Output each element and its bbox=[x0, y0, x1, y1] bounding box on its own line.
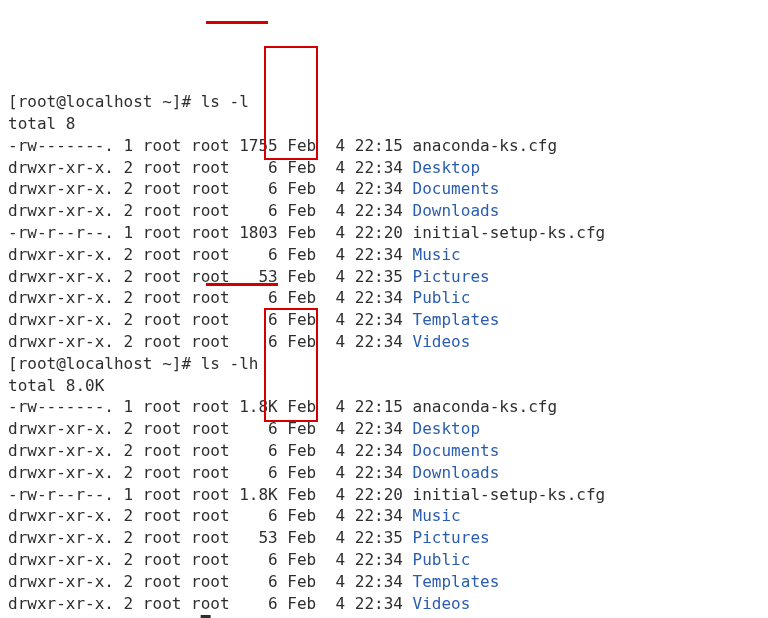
ls-row: drwxr-xr-x. 2 root root 6 Feb 4 22:34 De… bbox=[8, 157, 760, 179]
file-name: Desktop bbox=[413, 419, 480, 438]
ls-row-meta: drwxr-xr-x. 2 root root 6 Feb 4 22:34 bbox=[8, 506, 413, 525]
file-name: Public bbox=[413, 550, 471, 569]
ls-row: drwxr-xr-x. 2 root root 6 Feb 4 22:34 Mu… bbox=[8, 244, 760, 266]
ls-row-meta: drwxr-xr-x. 2 root root 6 Feb 4 22:34 bbox=[8, 463, 413, 482]
file-name: Videos bbox=[413, 332, 471, 351]
total-line: total 8.0K bbox=[8, 376, 104, 395]
ls-row: drwxr-xr-x. 2 root root 6 Feb 4 22:34 Vi… bbox=[8, 331, 760, 353]
ls-row: drwxr-xr-x. 2 root root 53 Feb 4 22:35 P… bbox=[8, 266, 760, 288]
total-line: total 8 bbox=[8, 114, 75, 133]
ls-row-meta: drwxr-xr-x. 2 root root 6 Feb 4 22:34 bbox=[8, 594, 413, 613]
ls-row: drwxr-xr-x. 2 root root 6 Feb 4 22:34 Vi… bbox=[8, 593, 760, 615]
file-name: anaconda-ks.cfg bbox=[413, 136, 558, 155]
ls-row: drwxr-xr-x. 2 root root 6 Feb 4 22:34 Te… bbox=[8, 309, 760, 331]
ls-row-meta: drwxr-xr-x. 2 root root 53 Feb 4 22:35 bbox=[8, 267, 413, 286]
ls-row-meta: -rw-------. 1 root root 1755 Feb 4 22:15 bbox=[8, 136, 413, 155]
command-input[interactable]: ls -lh bbox=[201, 354, 259, 373]
file-name: initial-setup-ks.cfg bbox=[413, 485, 606, 504]
file-name: initial-setup-ks.cfg bbox=[413, 223, 606, 242]
annotation-underline-1 bbox=[206, 21, 268, 24]
ls-row: drwxr-xr-x. 2 root root 6 Feb 4 22:34 Do… bbox=[8, 178, 760, 200]
ls-row: -rw-------. 1 root root 1.8K Feb 4 22:15… bbox=[8, 396, 760, 418]
file-name: Pictures bbox=[413, 528, 490, 547]
terminal-output: [root@localhost ~]# ls -ltotal 8-rw-----… bbox=[8, 91, 760, 618]
command-input[interactable]: ls -l bbox=[201, 92, 249, 111]
ls-row-meta: drwxr-xr-x. 2 root root 6 Feb 4 22:34 bbox=[8, 550, 413, 569]
ls-row-meta: drwxr-xr-x. 2 root root 53 Feb 4 22:35 bbox=[8, 528, 413, 547]
ls-row: drwxr-xr-x. 2 root root 6 Feb 4 22:34 Do… bbox=[8, 462, 760, 484]
ls-row-meta: drwxr-xr-x. 2 root root 6 Feb 4 22:34 bbox=[8, 245, 413, 264]
file-name: Music bbox=[413, 245, 461, 264]
ls-row-meta: drwxr-xr-x. 2 root root 6 Feb 4 22:34 bbox=[8, 419, 413, 438]
ls-row-meta: drwxr-xr-x. 2 root root 6 Feb 4 22:34 bbox=[8, 201, 413, 220]
file-name: Downloads bbox=[413, 201, 500, 220]
file-name: Public bbox=[413, 288, 471, 307]
ls-row-meta: drwxr-xr-x. 2 root root 6 Feb 4 22:34 bbox=[8, 179, 413, 198]
ls-row: -rw-r--r--. 1 root root 1803 Feb 4 22:20… bbox=[8, 222, 760, 244]
output-line: total 8.0K bbox=[8, 375, 760, 397]
prompt-line: [root@localhost ~]# █ bbox=[8, 614, 760, 618]
ls-row: drwxr-xr-x. 2 root root 6 Feb 4 22:34 Do… bbox=[8, 440, 760, 462]
file-name: Downloads bbox=[413, 463, 500, 482]
ls-row: drwxr-xr-x. 2 root root 6 Feb 4 22:34 De… bbox=[8, 418, 760, 440]
file-name: Videos bbox=[413, 594, 471, 613]
file-name: Templates bbox=[413, 310, 500, 329]
ls-row-meta: drwxr-xr-x. 2 root root 6 Feb 4 22:34 bbox=[8, 332, 413, 351]
ls-row-meta: drwxr-xr-x. 2 root root 6 Feb 4 22:34 bbox=[8, 310, 413, 329]
shell-prompt: [root@localhost ~]# bbox=[8, 354, 201, 373]
ls-row: drwxr-xr-x. 2 root root 6 Feb 4 22:34 Mu… bbox=[8, 505, 760, 527]
prompt-line: [root@localhost ~]# ls -lh bbox=[8, 353, 760, 375]
ls-row: -rw-------. 1 root root 1755 Feb 4 22:15… bbox=[8, 135, 760, 157]
file-name: anaconda-ks.cfg bbox=[413, 397, 558, 416]
file-name: Pictures bbox=[413, 267, 490, 286]
ls-row-meta: -rw-------. 1 root root 1.8K Feb 4 22:15 bbox=[8, 397, 413, 416]
ls-row-meta: drwxr-xr-x. 2 root root 6 Feb 4 22:34 bbox=[8, 572, 413, 591]
ls-row: drwxr-xr-x. 2 root root 6 Feb 4 22:34 Pu… bbox=[8, 549, 760, 571]
ls-row-meta: drwxr-xr-x. 2 root root 6 Feb 4 22:34 bbox=[8, 441, 413, 460]
file-name: Documents bbox=[413, 179, 500, 198]
ls-row-meta: -rw-r--r--. 1 root root 1.8K Feb 4 22:20 bbox=[8, 485, 413, 504]
output-line: total 8 bbox=[8, 113, 760, 135]
file-name: Music bbox=[413, 506, 461, 525]
ls-row-meta: drwxr-xr-x. 2 root root 6 Feb 4 22:34 bbox=[8, 288, 413, 307]
file-name: Templates bbox=[413, 572, 500, 591]
ls-row: drwxr-xr-x. 2 root root 53 Feb 4 22:35 P… bbox=[8, 527, 760, 549]
ls-row: -rw-r--r--. 1 root root 1.8K Feb 4 22:20… bbox=[8, 484, 760, 506]
file-name: Desktop bbox=[413, 158, 480, 177]
ls-row-meta: -rw-r--r--. 1 root root 1803 Feb 4 22:20 bbox=[8, 223, 413, 242]
ls-row: drwxr-xr-x. 2 root root 6 Feb 4 22:34 Pu… bbox=[8, 287, 760, 309]
ls-row: drwxr-xr-x. 2 root root 6 Feb 4 22:34 Te… bbox=[8, 571, 760, 593]
prompt-line: [root@localhost ~]# ls -l bbox=[8, 91, 760, 113]
file-name: Documents bbox=[413, 441, 500, 460]
shell-prompt: [root@localhost ~]# bbox=[8, 92, 201, 111]
ls-row: drwxr-xr-x. 2 root root 6 Feb 4 22:34 Do… bbox=[8, 200, 760, 222]
ls-row-meta: drwxr-xr-x. 2 root root 6 Feb 4 22:34 bbox=[8, 158, 413, 177]
